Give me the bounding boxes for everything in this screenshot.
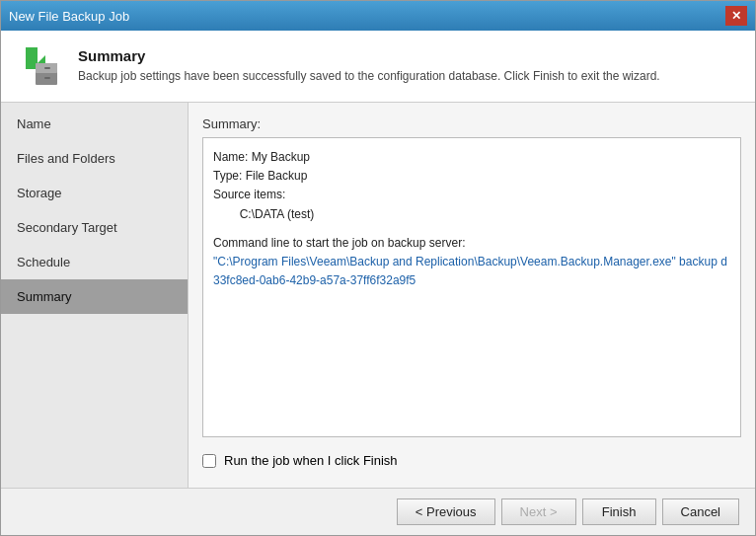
content-area: Summary: Name: My Backup Type: File Back…	[189, 103, 755, 488]
finish-button[interactable]: Finish	[582, 498, 656, 525]
close-button[interactable]: ✕	[725, 6, 747, 26]
summary-source-label: Source items:	[213, 186, 730, 204]
header-title: Summary	[78, 47, 739, 64]
summary-source-path: C:\DATA (test)	[213, 205, 730, 224]
header-description: Backup job settings have been successful…	[78, 68, 739, 85]
window-title: New File Backup Job	[9, 9, 129, 24]
summary-type: Type: File Backup	[213, 167, 730, 186]
footer: < Previous Next > Finish Cancel	[1, 488, 755, 535]
cancel-button[interactable]: Cancel	[662, 498, 739, 525]
header-section: Summary Backup job settings have been su…	[1, 31, 755, 103]
main-content: Name Files and Folders Storage Secondary…	[1, 103, 755, 488]
next-button[interactable]: Next >	[501, 498, 576, 525]
svg-rect-3	[44, 67, 50, 69]
run-on-finish-row: Run the job when I click Finish	[202, 447, 741, 474]
header-text-block: Summary Backup job settings have been su…	[78, 47, 739, 85]
run-on-finish-checkbox[interactable]	[202, 454, 216, 468]
summary-box: Name: My Backup Type: File Backup Source…	[202, 137, 741, 437]
header-icon	[17, 42, 64, 90]
sidebar-item-secondary-target[interactable]: Secondary Target	[1, 210, 188, 245]
command-value: "C:\Program Files\Veeam\Backup and Repli…	[213, 253, 730, 290]
run-on-finish-label: Run the job when I click Finish	[224, 453, 398, 468]
title-bar: New File Backup Job ✕	[1, 1, 755, 31]
sidebar: Name Files and Folders Storage Secondary…	[1, 103, 189, 488]
sidebar-item-name[interactable]: Name	[1, 107, 188, 141]
main-window: New File Backup Job ✕ Summary Backup job…	[0, 0, 756, 536]
sidebar-item-schedule[interactable]: Schedule	[1, 245, 188, 279]
sidebar-item-storage[interactable]: Storage	[1, 176, 188, 210]
section-label: Summary:	[202, 116, 741, 131]
sidebar-item-files-and-folders[interactable]: Files and Folders	[1, 141, 188, 176]
summary-name: Name: My Backup	[213, 148, 730, 167]
previous-button[interactable]: < Previous	[397, 498, 495, 525]
command-intro: Command line to start the job on backup …	[213, 234, 730, 253]
svg-rect-4	[44, 77, 50, 79]
sidebar-item-summary[interactable]: Summary	[1, 279, 188, 314]
